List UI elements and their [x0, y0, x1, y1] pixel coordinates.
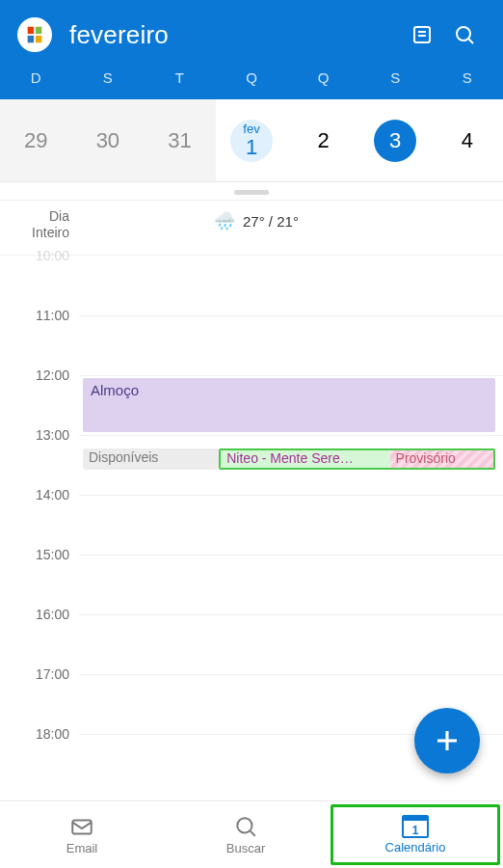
calendar-icon-day: 1 — [412, 824, 419, 837]
dow-cell: T — [144, 66, 216, 94]
hour-grid[interactable]: 10:0011:0012:0013:0014:0015:0016:0017:00… — [0, 256, 503, 794]
search-button[interactable] — [443, 14, 486, 56]
hour-label: 12:00 — [0, 367, 79, 427]
date-number: 1 — [246, 137, 257, 158]
date-strip[interactable]: 293031fev1234 — [0, 99, 503, 182]
month-title[interactable]: fevereiro — [69, 20, 401, 50]
agenda-icon — [410, 23, 434, 46]
hour-label: 13:00 — [0, 427, 79, 487]
mail-icon — [69, 814, 94, 839]
nav-search[interactable]: Buscar — [164, 801, 328, 868]
allday-label-line2: Inteiro — [0, 225, 69, 241]
search-icon — [453, 23, 476, 46]
nav-email[interactable]: Email — [0, 801, 164, 868]
svg-point-7 — [457, 27, 470, 41]
svg-point-12 — [237, 818, 252, 832]
date-number: 2 — [317, 130, 329, 151]
nav-calendar-label: Calendário — [385, 840, 446, 854]
nav-search-label: Buscar — [226, 841, 265, 855]
date-cell[interactable]: 4 — [431, 99, 503, 181]
hour-label: 18:00 — [0, 726, 79, 786]
svg-rect-1 — [36, 27, 41, 34]
date-number: 3 — [389, 130, 401, 151]
dow-cell: S — [359, 66, 432, 94]
date-month-abbr: fev — [243, 122, 259, 135]
hour-label: 17:00 — [0, 666, 79, 726]
date-cell[interactable]: fev1 — [216, 99, 288, 181]
event-almoco[interactable]: Almoço — [83, 378, 495, 432]
hour-label: 10:00 — [0, 248, 79, 308]
agenda-view-button[interactable] — [401, 14, 443, 56]
office-avatar[interactable] — [17, 17, 52, 52]
date-cell[interactable]: 29 — [0, 99, 72, 181]
dow-cell: D — [0, 66, 72, 94]
event-disponiveis[interactable]: Disponíveis — [83, 448, 219, 470]
temperature: 27° / 21° — [243, 213, 299, 230]
date-cell[interactable]: 31 — [144, 99, 216, 181]
plus-icon — [433, 726, 462, 755]
hour-label: 11:00 — [0, 308, 79, 367]
svg-rect-11 — [72, 821, 92, 834]
header-bar: fevereiro DSTQQSS — [0, 0, 503, 99]
calendar-icon: 1 — [402, 815, 429, 838]
calendar-body[interactable]: Dia Inteiro 🌧️ 27° / 21° 10:0011:0012:00… — [0, 200, 503, 800]
weather-widget[interactable]: 🌧️ 27° / 21° — [214, 210, 299, 231]
allday-label-line1: Dia — [0, 208, 69, 225]
allday-label: Dia Inteiro — [0, 206, 79, 241]
svg-rect-2 — [28, 36, 34, 42]
event-niteo[interactable]: Niteo - Mente Sere… — [221, 450, 389, 468]
add-event-fab[interactable] — [414, 708, 480, 773]
day-of-week-row: DSTQQSS — [0, 66, 503, 99]
date-number: 31 — [168, 130, 191, 151]
event-provisorio[interactable]: Provisório — [390, 450, 493, 468]
nav-email-label: Email — [66, 841, 98, 855]
drag-handle[interactable] — [234, 190, 269, 195]
dow-cell: Q — [287, 66, 359, 94]
rain-icon: 🌧️ — [214, 210, 235, 231]
bottom-nav: Email Buscar 1 Calendário — [0, 800, 503, 868]
dow-cell: S — [72, 66, 145, 94]
dow-cell: Q — [216, 66, 288, 94]
svg-line-8 — [469, 40, 474, 44]
hour-label: 16:00 — [0, 607, 79, 666]
svg-rect-0 — [28, 27, 34, 34]
hour-label: 15:00 — [0, 547, 79, 607]
svg-rect-3 — [36, 36, 41, 42]
hour-label: 14:00 — [0, 487, 79, 547]
date-cell[interactable]: 30 — [72, 99, 145, 181]
date-cell[interactable]: 2 — [287, 99, 359, 181]
nav-calendar[interactable]: 1 Calendário — [331, 804, 500, 865]
date-number: 30 — [96, 130, 119, 151]
date-cell[interactable]: 3 — [359, 99, 432, 181]
search-icon — [233, 814, 258, 839]
office-icon — [24, 24, 45, 45]
date-number: 4 — [462, 130, 473, 151]
date-number: 29 — [24, 130, 47, 151]
dow-cell: S — [431, 66, 503, 94]
event-row-1315: Disponíveis Niteo - Mente Sere… Provisór… — [83, 448, 495, 470]
svg-line-13 — [251, 831, 255, 836]
